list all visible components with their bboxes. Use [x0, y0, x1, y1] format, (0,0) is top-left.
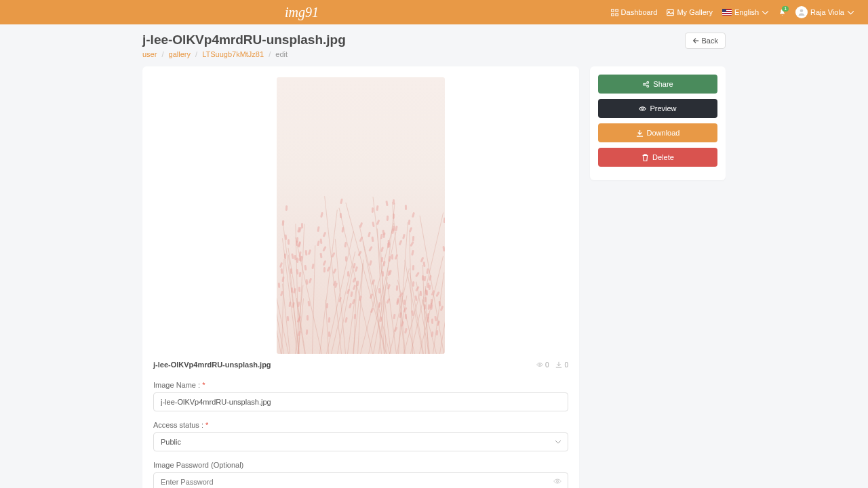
image-preview: [277, 77, 445, 354]
preview-button[interactable]: Preview: [598, 99, 717, 118]
toggle-password-icon[interactable]: [553, 477, 561, 487]
breadcrumb: user / gallery / LTSuugb7kMtJz81 / edit: [142, 50, 346, 58]
avatar: [795, 6, 808, 18]
actions-card: Share Preview Download Delete: [590, 66, 726, 180]
breadcrumb-gallery[interactable]: gallery: [169, 50, 191, 58]
nav-notifications[interactable]: 1: [778, 9, 786, 16]
download-icon: [636, 129, 644, 137]
breadcrumb-current: edit: [275, 50, 288, 58]
eye-icon: [536, 361, 543, 368]
svg-point-11: [647, 85, 649, 87]
svg-rect-2: [611, 13, 613, 15]
access-label: Access status : *: [153, 421, 568, 429]
breadcrumb-id[interactable]: LTSuugb7kMtJz81: [202, 50, 264, 58]
main-card: j-lee-OlKVp4mrdRU-unsplash.jpg 0 0 Image…: [142, 66, 579, 488]
image-icon: [667, 9, 674, 16]
svg-point-10: [647, 81, 649, 83]
download-button[interactable]: Download: [598, 123, 717, 142]
arrow-left-icon: [692, 37, 699, 44]
delete-button[interactable]: Delete: [598, 148, 717, 167]
nav-language[interactable]: English: [722, 8, 769, 16]
views-stat: 0: [536, 361, 549, 369]
page-title: j-lee-OlKVp4mrdRU-unsplash.jpg: [142, 33, 346, 47]
trash-icon: [642, 154, 649, 161]
nav-gallery[interactable]: My Gallery: [667, 8, 713, 16]
share-icon: [642, 81, 650, 88]
name-label: Image Name : *: [153, 381, 568, 389]
name-input[interactable]: [153, 392, 568, 411]
nav-user[interactable]: Raja Viola: [795, 6, 854, 18]
svg-rect-0: [611, 9, 613, 11]
svg-rect-1: [615, 9, 617, 11]
notification-badge: 1: [782, 6, 789, 12]
svg-point-12: [642, 108, 644, 110]
nav-dashboard[interactable]: Dashboard: [611, 8, 658, 16]
image-display-name: j-lee-OlKVp4mrdRU-unsplash.jpg: [153, 361, 271, 369]
download-icon: [555, 361, 562, 368]
brand-logo[interactable]: img91: [285, 5, 319, 20]
svg-rect-3: [615, 13, 617, 15]
eye-icon: [639, 105, 646, 113]
svg-point-9: [644, 83, 646, 85]
access-select[interactable]: Public: [153, 432, 568, 451]
flag-us-icon: [722, 9, 732, 16]
svg-point-6: [800, 9, 804, 13]
back-button[interactable]: Back: [685, 33, 726, 49]
password-label: Image Password (Optional): [153, 461, 568, 469]
share-button[interactable]: Share: [598, 75, 717, 94]
breadcrumb-user[interactable]: user: [142, 50, 157, 58]
chevron-down-icon: [762, 9, 769, 16]
svg-point-8: [557, 481, 559, 483]
password-input[interactable]: [153, 472, 568, 488]
svg-point-7: [539, 364, 541, 366]
downloads-stat: 0: [555, 361, 568, 369]
chevron-down-icon: [847, 9, 854, 16]
navbar: img91 Dashboard My Gallery English 1 Raj…: [0, 0, 868, 24]
grid-icon: [611, 9, 618, 16]
